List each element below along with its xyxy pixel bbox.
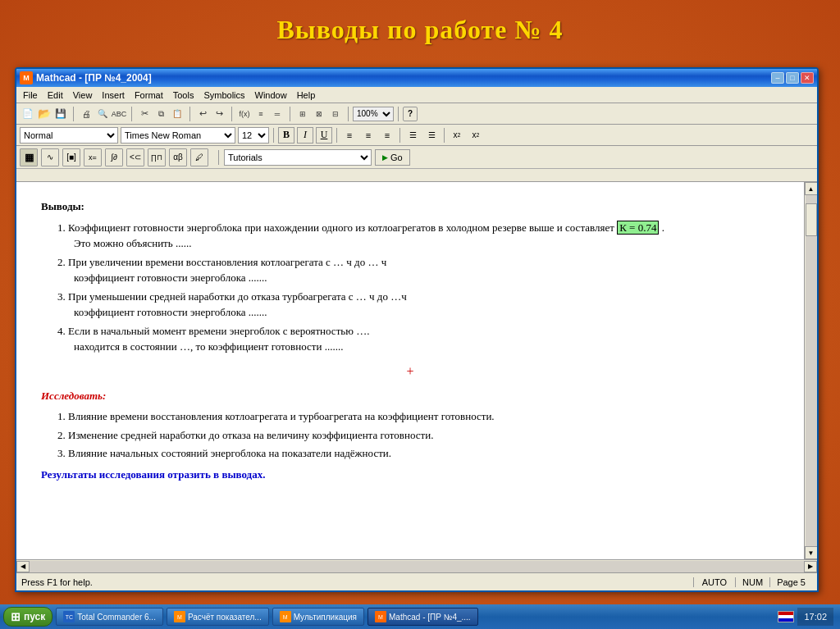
calculus-btn[interactable]: ∫∂ bbox=[105, 148, 123, 166]
new-button[interactable]: 📄 bbox=[20, 106, 36, 122]
r-item3-num: 3. bbox=[57, 447, 68, 459]
ref1-btn[interactable]: ⊞ bbox=[294, 106, 311, 122]
superscript-button[interactable]: x2 bbox=[449, 127, 465, 144]
math-toolbar: ▦ ∿ [■] x= ∫∂ <⊂ ∏⊓ αβ 🖊 Tutorials ▶ Go bbox=[16, 146, 817, 169]
taskbar-item-multiplikaciya[interactable]: M Мультипликация bbox=[272, 608, 364, 626]
taskbar-icon-commander: TC bbox=[63, 611, 75, 622]
maximize-button[interactable]: □ bbox=[786, 72, 799, 84]
menu-file[interactable]: File bbox=[18, 89, 43, 102]
menu-window[interactable]: Window bbox=[250, 89, 292, 102]
menu-insert[interactable]: Insert bbox=[97, 89, 130, 102]
taskbar-item-raschot[interactable]: M Расчёт показател... bbox=[167, 608, 269, 626]
go-button[interactable]: ▶ Go bbox=[375, 149, 410, 166]
r-item1-text: Влияние времени восстановления котлоагре… bbox=[68, 410, 495, 422]
spellcheck-button[interactable]: ABC bbox=[111, 106, 127, 122]
item4-text: Если в начальный момент времени энергобл… bbox=[68, 325, 369, 337]
align-left-button[interactable]: ≡ bbox=[341, 127, 358, 144]
r-item1-num: 1. bbox=[57, 410, 68, 422]
subscript-button[interactable]: x2 bbox=[468, 127, 484, 144]
ref2-btn[interactable]: ⊠ bbox=[311, 106, 327, 122]
list-button[interactable]: ☰ bbox=[404, 127, 421, 144]
underline-button[interactable]: U bbox=[316, 127, 332, 144]
num-list-button[interactable]: ☰ bbox=[423, 127, 440, 144]
scroll-thumb-v[interactable] bbox=[806, 203, 817, 236]
title-bar: M Mathcad - [ПР №4_2004] – □ ✕ bbox=[16, 69, 817, 87]
ref3-btn[interactable]: ⊟ bbox=[327, 106, 344, 122]
help-button[interactable]: ? bbox=[403, 107, 418, 121]
calc-btn[interactable]: ≡ bbox=[253, 106, 269, 122]
scroll-right-button[interactable]: ▶ bbox=[804, 561, 817, 572]
menu-tools[interactable]: Tools bbox=[168, 89, 199, 102]
taskbar-icon-raschot: M bbox=[174, 611, 185, 622]
font-select[interactable]: Times New Roman bbox=[121, 127, 235, 144]
paste-button[interactable]: 📋 bbox=[169, 106, 185, 122]
compare-btn[interactable]: <⊂ bbox=[126, 148, 144, 166]
close-button[interactable]: ✕ bbox=[801, 72, 814, 84]
item1-text3: Это можно объяснить ...... bbox=[74, 237, 191, 249]
symbol-btn[interactable]: αβ bbox=[169, 148, 187, 166]
style-select[interactable]: Normal bbox=[20, 127, 118, 144]
size-select[interactable]: 12 bbox=[238, 127, 269, 144]
main-toolbar: 📄 📂 💾 🖨 🔍 ABC ✂ ⧉ 📋 ↩ ↪ f(x) ≡ ═ ⊞ bbox=[16, 103, 817, 125]
scroll-down-button[interactable]: ▼ bbox=[805, 546, 818, 559]
r-item2-num: 2. bbox=[57, 429, 68, 441]
status-auto: AUTO bbox=[693, 577, 736, 587]
taskbar-item-mathcad[interactable]: M Mathcad - [ПР №4_.... bbox=[368, 608, 478, 626]
item3-text: При уменьшении средней наработки до отка… bbox=[68, 290, 407, 303]
horizontal-scrollbar[interactable]: ◀ ▶ bbox=[16, 559, 817, 572]
save-button[interactable]: 💾 bbox=[52, 106, 69, 122]
menu-help[interactable]: Help bbox=[292, 89, 321, 102]
menu-symbolics[interactable]: Symbolics bbox=[199, 89, 249, 102]
scroll-track-h[interactable] bbox=[30, 561, 804, 572]
start-button[interactable]: ⊞ пуск bbox=[3, 607, 52, 627]
item2-text: При увеличении времени восстановления ко… bbox=[68, 256, 386, 268]
item1-text: Коэффициент готовности энергоблока при н… bbox=[68, 221, 617, 234]
resource-btn[interactable]: f(x) bbox=[236, 106, 253, 122]
bold-button[interactable]: B bbox=[278, 127, 294, 144]
graph-btn[interactable]: ∿ bbox=[41, 148, 59, 166]
section2-header: Исследовать: bbox=[41, 388, 779, 404]
undo-button[interactable]: ↩ bbox=[194, 106, 211, 122]
menu-view[interactable]: View bbox=[68, 89, 98, 102]
copy-button[interactable]: ⧉ bbox=[153, 106, 169, 122]
align-right-button[interactable]: ≡ bbox=[379, 127, 395, 144]
windows-logo: ⊞ bbox=[11, 610, 21, 623]
item1-highlight: К = 0.74 bbox=[617, 221, 659, 235]
slide-title: Выводы по работе № 4 bbox=[0, 0, 840, 53]
menu-format[interactable]: Format bbox=[130, 89, 168, 102]
preview-button[interactable]: 🔍 bbox=[94, 106, 111, 122]
document-content[interactable]: Выводы: 1. Коэффициент готовности энерго… bbox=[16, 182, 804, 559]
status-help-text: Press F1 for help. bbox=[21, 577, 693, 587]
redo-button[interactable]: ↪ bbox=[211, 106, 227, 122]
scroll-left-button[interactable]: ◀ bbox=[16, 561, 30, 572]
tutorials-select[interactable]: Tutorials bbox=[224, 149, 372, 166]
list-item-1: 1. Коэффициент готовности энергоблока пр… bbox=[57, 220, 779, 252]
scroll-up-button[interactable]: ▲ bbox=[805, 182, 818, 195]
research-item-1: 1. Влияние времени восстановления котлоа… bbox=[57, 408, 779, 425]
scroll-track-v[interactable] bbox=[806, 195, 817, 546]
window-icon: M bbox=[20, 71, 33, 84]
align-center-button[interactable]: ≡ bbox=[360, 127, 377, 144]
bool-btn[interactable]: ∏⊓ bbox=[148, 148, 166, 166]
item2-num: 2. bbox=[57, 256, 68, 268]
minimize-button[interactable]: – bbox=[771, 72, 784, 84]
conclusion-text: Результаты исследования отразить в вывод… bbox=[41, 467, 779, 483]
italic-button[interactable]: I bbox=[297, 127, 313, 144]
print-button[interactable]: 🖨 bbox=[78, 106, 94, 122]
prog-btn[interactable]: 🖊 bbox=[190, 148, 208, 166]
status-page: Page 5 bbox=[770, 577, 812, 587]
eval-btn[interactable]: x= bbox=[84, 148, 102, 166]
item3-num: 3. bbox=[57, 290, 68, 303]
zoom-select[interactable]: 100% bbox=[353, 107, 394, 121]
matrix-btn[interactable]: ═ bbox=[269, 106, 285, 122]
matrix-toolbar-btn[interactable]: [■] bbox=[62, 148, 80, 166]
window-title: Mathcad - [ПР №4_2004] bbox=[36, 72, 771, 84]
section1-header: Выводы: bbox=[41, 198, 779, 215]
vertical-scrollbar[interactable]: ▲ ▼ bbox=[804, 182, 817, 559]
menu-edit[interactable]: Edit bbox=[43, 89, 68, 102]
cut-button[interactable]: ✂ bbox=[136, 106, 153, 122]
calc-toolbar-btn[interactable]: ▦ bbox=[20, 148, 38, 166]
open-button[interactable]: 📂 bbox=[36, 106, 52, 122]
item3-text2: коэффициент готовности энергоблока .....… bbox=[74, 306, 267, 318]
taskbar-item-total-commander[interactable]: TC Total Commander 6... bbox=[56, 608, 163, 626]
